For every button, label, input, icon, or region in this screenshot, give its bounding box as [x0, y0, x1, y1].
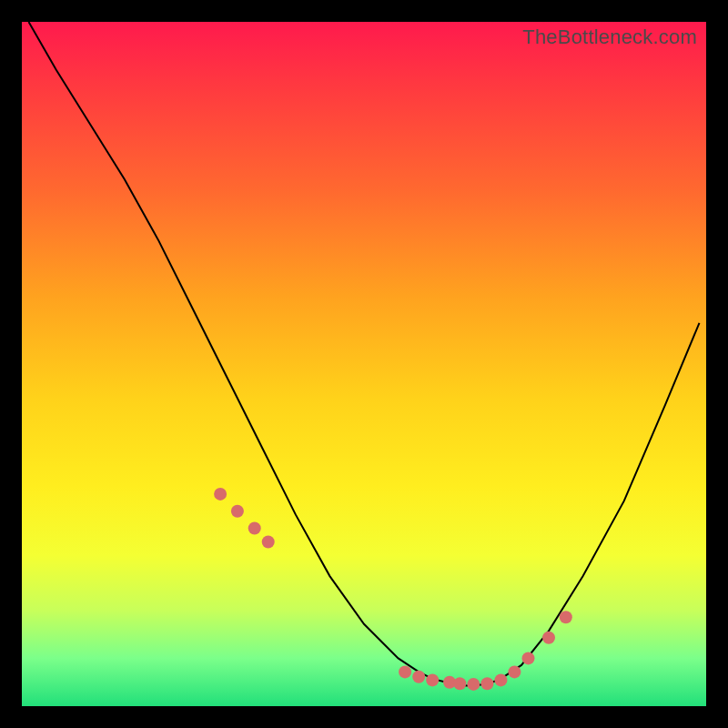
- highlight-dot: [248, 522, 261, 535]
- chart-svg: [22, 22, 706, 706]
- highlight-dot: [453, 677, 466, 690]
- bottleneck-curve: [29, 22, 700, 685]
- highlight-dot: [214, 488, 227, 500]
- highlight-dot: [467, 678, 480, 691]
- highlight-dot: [494, 673, 507, 686]
- highlight-dot: [560, 611, 572, 623]
- chart-frame: TheBottleneck.com: [22, 22, 706, 706]
- highlight-dot: [262, 536, 275, 549]
- highlight-dot: [522, 652, 535, 664]
- highlight-dot: [412, 671, 425, 683]
- highlight-dot: [231, 505, 244, 518]
- highlight-dot: [480, 677, 493, 690]
- highlight-dot: [542, 632, 555, 644]
- highlight-dot: [426, 673, 439, 686]
- highlight-dot: [508, 665, 521, 678]
- watermark-text: TheBottleneck.com: [522, 25, 697, 49]
- highlight-dot: [399, 665, 411, 678]
- highlight-dots-group: [214, 488, 572, 691]
